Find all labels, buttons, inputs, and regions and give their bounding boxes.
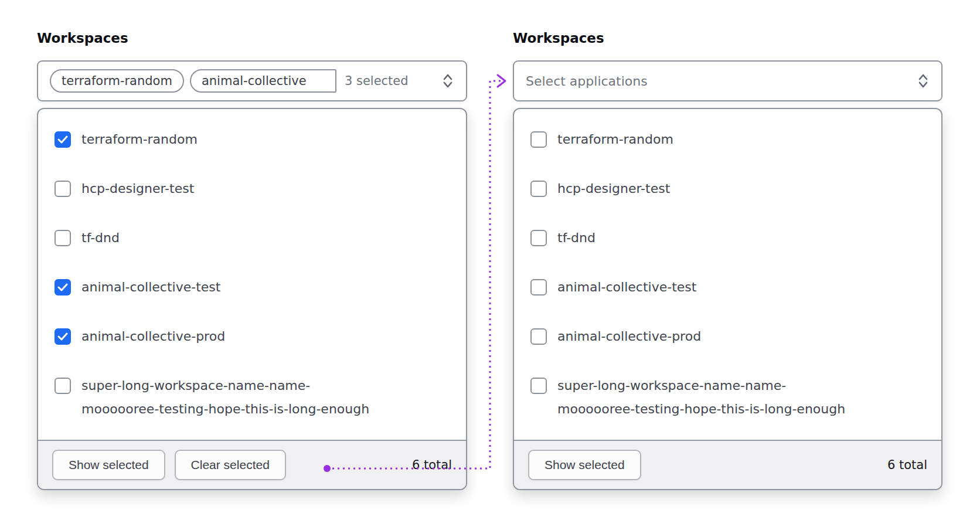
option-list: terraform-random hcp-designer-test tf-dn…	[514, 109, 941, 440]
chevron-up-down-icon	[917, 73, 930, 89]
option-list: terraform-random hcp-designer-test tf-dn…	[38, 109, 466, 440]
option-label: animal-collective-test	[557, 276, 696, 299]
option-checkbox[interactable]	[55, 230, 71, 246]
listbox-option[interactable]: hcp-designer-test	[38, 164, 466, 213]
listbox-option[interactable]: terraform-random	[38, 115, 466, 164]
workspaces-select-trigger-left[interactable]: terraform-random animal-collective 3 sel…	[37, 60, 467, 101]
option-checkbox[interactable]	[530, 378, 547, 394]
option-label: animal-collective-test	[81, 276, 220, 299]
listbox-option[interactable]: animal-collective-test	[514, 263, 941, 312]
listbox-option[interactable]: tf-dnd	[38, 213, 466, 263]
total-count-text: 6 total	[887, 458, 927, 472]
workspaces-select-trigger-right[interactable]: Select applications	[513, 60, 942, 101]
chevron-up-down-icon	[441, 73, 454, 89]
option-checkbox[interactable]	[530, 328, 547, 345]
listbox-footer: Show selected Clear selected 6 total	[38, 440, 466, 489]
option-checkbox[interactable]	[55, 328, 71, 345]
check-icon	[57, 332, 68, 341]
listbox-option[interactable]: animal-collective-test	[38, 263, 466, 312]
workspaces-label: Workspaces	[513, 30, 942, 46]
option-label: terraform-random	[557, 128, 673, 151]
listbox-option[interactable]: terraform-random	[514, 115, 941, 164]
workspaces-label: Workspaces	[37, 30, 467, 46]
workspaces-listbox-left: terraform-random hcp-designer-test tf-dn…	[37, 108, 467, 490]
listbox-option[interactable]: hcp-designer-test	[514, 164, 941, 213]
total-count-text: 6 total	[412, 458, 452, 472]
listbox-option[interactable]: super-long-workspace-name-name- mooooore…	[38, 361, 466, 434]
listbox-option[interactable]: super-long-workspace-name-name- mooooore…	[514, 361, 941, 434]
option-label: animal-collective-prod	[81, 325, 225, 348]
option-label: super-long-workspace-name-name- mooooore…	[81, 374, 369, 421]
selected-tag-clipped: animal-collective	[190, 69, 336, 93]
show-selected-button[interactable]: Show selected	[52, 450, 165, 480]
workspaces-multiselect-right: Workspaces Select applications terraform…	[513, 30, 942, 490]
option-checkbox[interactable]	[55, 279, 71, 296]
clear-selected-button[interactable]: Clear selected	[175, 450, 286, 480]
selected-count-text: 3 selected	[345, 74, 409, 88]
select-placeholder: Select applications	[526, 74, 648, 89]
option-label: hcp-designer-test	[557, 177, 670, 201]
option-checkbox[interactable]	[530, 230, 547, 246]
check-icon	[57, 135, 68, 144]
option-label: tf-dnd	[81, 226, 120, 250]
option-checkbox[interactable]	[55, 181, 71, 197]
listbox-option[interactable]: animal-collective-prod	[514, 312, 941, 361]
workspaces-multiselect-left: Workspaces terraform-random animal-colle…	[37, 30, 467, 490]
option-label: terraform-random	[81, 128, 198, 151]
show-selected-button[interactable]: Show selected	[528, 450, 641, 480]
option-checkbox[interactable]	[530, 131, 547, 148]
listbox-option[interactable]: tf-dnd	[514, 213, 941, 263]
option-checkbox[interactable]	[55, 131, 71, 148]
listbox-option[interactable]: animal-collective-prod	[38, 312, 466, 361]
option-checkbox[interactable]	[530, 181, 547, 197]
connector-arrowhead	[498, 75, 505, 87]
listbox-footer: Show selected 6 total	[514, 440, 941, 489]
check-icon	[57, 283, 68, 291]
selected-tag: terraform-random	[50, 69, 184, 93]
option-label: super-long-workspace-name-name- mooooore…	[557, 374, 845, 421]
option-checkbox[interactable]	[55, 378, 71, 394]
option-label: animal-collective-prod	[557, 325, 701, 348]
option-checkbox[interactable]	[530, 279, 547, 296]
option-label: tf-dnd	[557, 226, 596, 250]
workspaces-listbox-right: terraform-random hcp-designer-test tf-dn…	[513, 108, 942, 490]
option-label: hcp-designer-test	[81, 177, 194, 201]
